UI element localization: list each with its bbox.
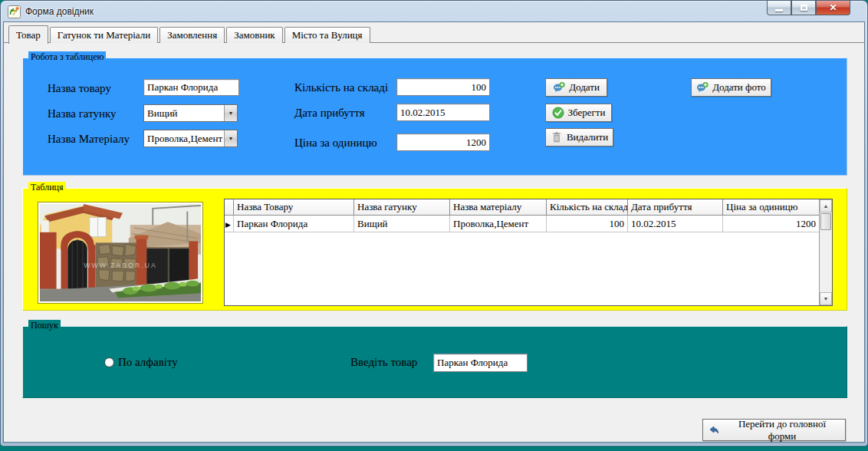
grade-combobox[interactable]: Вищий ▼ (143, 104, 238, 122)
form-client-area: Товар Гатунок ти Матеріали Замовлення За… (4, 22, 864, 442)
grid-header-qty: Кількість на складі (547, 199, 628, 216)
cell-date: 10.02.2015 (628, 216, 723, 232)
delete-button[interactable]: Видалити (545, 128, 613, 146)
minimize-icon (775, 9, 783, 12)
tab-zamovlennya[interactable]: Замовлення (159, 27, 225, 43)
maximize-button[interactable] (791, 1, 816, 15)
save-button-label: Зберегти (568, 107, 606, 119)
unit-price-label: Ціна за одиницю (294, 137, 377, 150)
cell-grade: Вищий (354, 216, 450, 232)
search-product-label: Введіть товар (350, 356, 417, 369)
row-selector-icon: ▶ (225, 221, 231, 229)
add-button-label: Додати (569, 81, 600, 94)
save-button[interactable]: Зберегти (545, 104, 612, 122)
product-photo: WWW.ZABOR.UA (38, 202, 202, 303)
grid-header-grade: Назва гатунку (354, 199, 450, 216)
grid-header-selector (225, 199, 234, 216)
grid-header-material: Назва матеріалу (450, 199, 547, 216)
chevron-down-icon[interactable]: ▼ (224, 130, 237, 146)
svg-text:WWW.ZABOR.UA: WWW.ZABOR.UA (84, 262, 157, 269)
groupbox-search-legend: Пошук (28, 320, 61, 331)
alphabet-radio-label: По алфавіту (118, 356, 178, 369)
go-to-main-form-button[interactable]: Перейти до головної форми (702, 419, 846, 441)
grid-header-price: Ціна за одиницю (723, 199, 819, 216)
add-record-icon (553, 81, 565, 94)
product-name-label: Назва товару (48, 82, 111, 95)
groupbox-search: Пошук По алфавіту Введіть товар (22, 326, 847, 398)
delete-button-label: Видалити (567, 131, 608, 143)
window-controls: ✕ (767, 1, 850, 15)
material-name-label: Назва Матеріалу (48, 133, 130, 146)
app-window: 7 Форма довідник ✕ Товар Гатунок ти Мате… (0, 0, 868, 446)
tab-zamovnyk[interactable]: Замовник (226, 27, 282, 43)
arrival-date-label: Дата прибуття (294, 107, 365, 120)
maximize-icon (801, 5, 807, 11)
title-bar[interactable]: 7 Форма довідник ✕ (1, 1, 867, 22)
material-combobox[interactable]: Проволка,Цемент ▼ (143, 130, 238, 147)
alphabet-radio[interactable] (104, 357, 114, 367)
add-photo-icon (696, 81, 709, 94)
unit-price-input[interactable] (396, 133, 490, 151)
scroll-up-icon[interactable]: ▲ (820, 199, 832, 212)
groupbox-work-with-table: Робота з таблицею Назва товару Назва гат… (22, 58, 847, 176)
add-photo-button[interactable]: Додати фото (691, 78, 771, 97)
grid-header-date: Дата прибуття (628, 199, 723, 216)
close-button[interactable]: ✕ (816, 1, 850, 15)
scroll-down-icon[interactable]: ▼ (820, 292, 832, 305)
tab-gatunok-materialy[interactable]: Гатунок ти Матеріали (50, 27, 158, 43)
window-title: Форма довідник (25, 6, 94, 17)
table-row[interactable]: ▶ Паркан Флорида Вищий Проволка,Цемент 1… (225, 216, 819, 232)
scrollbar-thumb[interactable] (820, 213, 831, 230)
close-icon: ✕ (829, 2, 837, 13)
stock-qty-label: Кількість на складі (294, 81, 388, 94)
stock-qty-input[interactable] (396, 78, 490, 96)
tab-bar: Товар Гатунок ти Матеріали Замовлення За… (8, 24, 372, 43)
app-icon: 7 (8, 5, 21, 18)
grade-name-label: Назва гатунку (48, 107, 117, 120)
search-product-input[interactable] (433, 354, 528, 372)
cell-price: 1200 (723, 216, 819, 232)
add-photo-button-label: Додати фото (712, 81, 766, 94)
go-to-main-form-label: Перейти до головної форми (724, 418, 840, 443)
cell-qty: 100 (547, 216, 628, 232)
groupbox-work-legend: Робота з таблицею (28, 51, 106, 62)
cell-product: Паркан Флорида (234, 216, 354, 232)
material-combobox-value: Проволка,Цемент (144, 130, 224, 146)
groupbox-table-legend: Таблиця (28, 182, 66, 193)
cell-material: Проволка,Цемент (450, 216, 547, 232)
add-button[interactable]: Додати (545, 78, 607, 97)
chevron-down-icon[interactable]: ▼ (224, 105, 237, 121)
back-arrow-icon (708, 424, 720, 436)
grid-header-row: Назва Товару Назва гатунку Назва матеріа… (225, 199, 819, 216)
tab-misto-vulytsya[interactable]: Місто та Вулиця (284, 27, 370, 43)
minimize-button[interactable] (767, 1, 791, 15)
grade-combobox-value: Вищий (144, 105, 224, 121)
arrival-date-input[interactable] (396, 104, 490, 121)
grid-header-product: Назва Товару (234, 199, 354, 216)
products-data-grid: Назва Товару Назва гатунку Назва матеріа… (224, 199, 833, 306)
product-name-input[interactable] (143, 79, 239, 96)
groupbox-table: Таблиця (22, 188, 847, 311)
trash-icon (551, 131, 563, 143)
save-check-icon (552, 107, 564, 119)
tab-tovar[interactable]: Товар (8, 25, 48, 44)
grid-vertical-scrollbar[interactable]: ▲ ▼ (819, 199, 832, 305)
